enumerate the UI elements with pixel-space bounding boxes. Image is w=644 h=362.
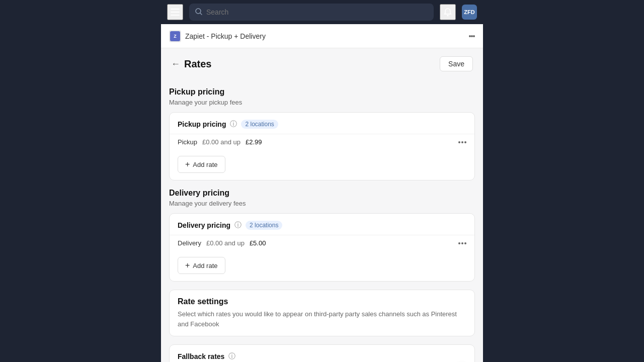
rate-settings-card: Rate settings Select which rates you wou… [169,290,475,336]
delivery-pricing-section-title: Delivery pricing [169,189,475,198]
pickup-pricing-section-header: Pickup pricing Manage your pickup fees [169,79,475,112]
fallback-rates-section: Fallback rates ⓘ ⓘ If the customer bypas… [169,344,475,362]
delivery-add-rate-button[interactable]: + Add rate [178,257,225,274]
plugin-menu-button[interactable] [469,35,475,37]
rate-settings-desc: Select which rates you would like to app… [178,309,466,329]
delivery-pricing-info-icon[interactable]: ⓘ [234,221,242,230]
svg-line-4 [200,13,202,15]
back-title-area: ← Rates [171,58,211,70]
save-button[interactable]: Save [440,56,473,71]
delivery-add-rate-plus-icon: + [185,261,190,270]
delivery-pricing-section-header: Delivery pricing Manage your delivery fe… [169,180,475,213]
delivery-rate-menu-button[interactable] [458,242,466,244]
pickup-add-rate-plus-icon: + [185,160,190,169]
pickup-pricing-locations-badge[interactable]: 2 locations [241,120,278,129]
notification-button[interactable] [440,4,456,20]
svg-rect-2 [171,15,180,16]
fallback-rates-info-icon[interactable]: ⓘ [228,352,235,361]
delivery-pricing-section-desc: Manage your delivery fees [169,200,475,207]
rate-settings-title: Rate settings [178,297,466,306]
page-title: Rates [184,58,211,70]
pickup-pricing-card-title: Pickup pricing [178,120,226,128]
pickup-pricing-section-title: Pickup pricing [169,87,475,97]
plugin-header: Z Zapiet - Pickup + Delivery [161,24,483,48]
page-header: ← Rates Save [161,48,483,79]
pickup-rate-range: £0.00 and up [202,138,240,146]
delivery-pricing-card: Delivery pricing ⓘ 2 locations Delivery … [169,213,475,282]
back-button[interactable]: ← [171,59,180,69]
delivery-pricing-locations-badge[interactable]: 2 locations [246,221,282,230]
delivery-add-rate-label: Add rate [193,262,217,269]
pickup-pricing-card-header: Pickup pricing ⓘ 2 locations [170,113,474,134]
plugin-title: Zapiet - Pickup + Delivery [185,32,266,40]
top-nav: ZFD [161,0,483,24]
pickup-rate-price: £2.99 [246,138,262,146]
fallback-rates-card: Fallback rates ⓘ ⓘ If the customer bypas… [169,344,475,362]
rate-settings-section: Rate settings Select which rates you wou… [169,290,475,336]
plugin-logo-icon: Z [170,31,180,41]
pickup-add-rate-button[interactable]: + Add rate [178,156,225,173]
pickup-rate-row: Pickup £0.00 and up £2.99 [170,134,474,150]
pickup-pricing-section-desc: Manage your pickup fees [169,99,475,106]
hamburger-button[interactable] [167,4,183,20]
pickup-rate-row-left: Pickup £0.00 and up £2.99 [178,138,262,146]
search-bar[interactable] [189,4,434,21]
pickup-add-rate-label: Add rate [193,161,217,168]
delivery-rate-row-left: Delivery £0.00 and up £5.00 [178,239,266,247]
content-area: Pickup pricing Manage your pickup fees P… [161,79,483,362]
svg-rect-1 [171,12,180,13]
delivery-rate-row: Delivery £0.00 and up £5.00 [170,235,474,251]
delivery-pricing-card-title: Delivery pricing [178,221,230,229]
search-input[interactable] [206,8,428,16]
delivery-pricing-card-header: Delivery pricing ⓘ 2 locations [170,214,474,235]
plugin-title-area: Z Zapiet - Pickup + Delivery [169,30,266,42]
fallback-rates-title: Fallback rates [178,352,224,360]
delivery-rate-range: £0.00 and up [206,239,245,247]
delivery-rate-price: £5.00 [250,239,266,247]
delivery-rate-label: Delivery [178,239,201,247]
fallback-rates-header: Fallback rates ⓘ [170,345,474,362]
user-avatar[interactable]: ZFD [462,5,477,20]
search-icon [195,8,202,17]
pickup-rate-menu-button[interactable] [458,141,466,143]
plugin-logo: Z [169,30,181,42]
svg-rect-0 [171,9,180,10]
pickup-rate-label: Pickup [178,138,197,146]
pickup-pricing-info-icon[interactable]: ⓘ [230,120,237,129]
pickup-pricing-card: Pickup pricing ⓘ 2 locations Pickup £0.0… [169,112,475,180]
svg-point-5 [447,15,449,17]
